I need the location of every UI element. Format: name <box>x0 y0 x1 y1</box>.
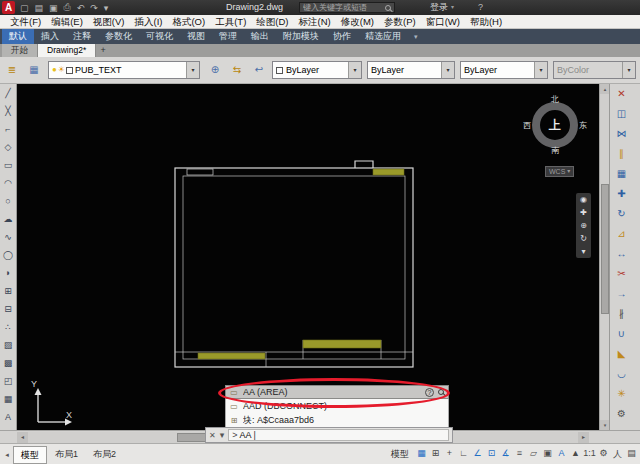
linetype-combo-caret-icon[interactable]: ▾ <box>441 62 454 78</box>
layer-properties-icon[interactable]: ≣ <box>3 61 21 79</box>
ribbon-tab[interactable]: 参数化 <box>98 29 139 44</box>
transparency-icon[interactable]: ▱ <box>527 448 540 461</box>
trim-tool[interactable]: ✂ <box>613 264 630 284</box>
ribbon-tab[interactable]: 注释 <box>66 29 98 44</box>
command-customize-icon[interactable]: ▾ <box>220 430 225 440</box>
viewcube-east-label[interactable]: 东 <box>579 120 587 131</box>
app-logo[interactable]: A <box>2 1 15 14</box>
menu-item[interactable]: 修改(M) <box>336 15 379 29</box>
color-combo-caret-icon[interactable]: ▾ <box>348 62 361 78</box>
zoom-icon[interactable]: ⊕ <box>580 219 587 232</box>
menu-item[interactable]: 工具(T) <box>210 15 251 29</box>
autoscale-icon[interactable]: ▲ <box>569 448 582 461</box>
wcs-dropdown[interactable]: WCS ▾ <box>545 166 574 177</box>
object-snap-icon[interactable]: ⊡ <box>485 448 498 461</box>
ribbon-collapse-icon[interactable]: ▾ <box>408 29 424 44</box>
ribbon-tab[interactable]: 可视化 <box>139 29 180 44</box>
create-block-tool[interactable]: ⊟ <box>0 300 16 318</box>
layer-previous-icon[interactable]: ↩ <box>250 61 268 79</box>
color-combo[interactable]: ByLayer ▾ <box>272 61 362 79</box>
layer-states-icon[interactable]: ▦ <box>25 61 43 79</box>
dynamic-input-icon[interactable]: + <box>443 448 456 461</box>
viewcube[interactable]: 上 北 南 西 东 <box>527 97 583 153</box>
plot-icon[interactable]: ⎙ <box>64 2 71 13</box>
ribbon-tab[interactable]: 附加模块 <box>276 29 326 44</box>
lineweight-combo[interactable]: ByLayer ▾ <box>460 61 548 79</box>
ribbon-tab[interactable]: 精选应用 <box>358 29 408 44</box>
command-suggestion-row[interactable]: ▭ AAD (DBCONNECT) ? <box>225 399 449 413</box>
file-tab[interactable]: Drawing2* <box>38 44 96 57</box>
arc-tool[interactable]: ◠ <box>0 174 16 192</box>
layer-thaw-icon[interactable]: ☀ <box>58 62 65 78</box>
offset-tool[interactable]: ∥ <box>613 144 630 164</box>
ribbon-tab[interactable]: 插入 <box>34 29 66 44</box>
scroll-left-icon[interactable]: ◂ <box>17 432 28 443</box>
ribbon-tab[interactable]: 协作 <box>326 29 358 44</box>
close-icon[interactable]: ✕ <box>209 431 216 440</box>
help-icon[interactable]: ? <box>478 0 483 15</box>
isolate-objects-icon[interactable]: 人 <box>611 448 624 461</box>
login-button[interactable]: 登录 ▾ <box>430 0 454 15</box>
menu-item[interactable]: 绘图(D) <box>251 15 293 29</box>
orbit-icon[interactable]: ↻ <box>580 232 587 245</box>
navigation-wheel-icon[interactable]: ◉ <box>580 193 587 206</box>
break-tool[interactable]: ∦ <box>613 304 630 324</box>
layer-combo-caret-icon[interactable]: ▾ <box>186 62 199 78</box>
array-tool[interactable]: ▦ <box>613 164 630 184</box>
spline-tool[interactable]: ∿ <box>0 228 16 246</box>
menu-item[interactable]: 视图(V) <box>88 15 130 29</box>
layer-on-icon[interactable]: ● <box>52 62 57 78</box>
customize-icon[interactable]: ▤ <box>625 448 638 461</box>
ortho-icon[interactable]: ∟ <box>457 448 470 461</box>
stretch-tool[interactable]: ↔ <box>613 244 630 264</box>
ribbon-tab[interactable]: 默认 <box>2 29 34 44</box>
workspace-switching-icon[interactable]: ⚙ <box>597 448 610 461</box>
new-drawing-tab-button[interactable]: + <box>96 44 110 57</box>
quick-access-menu-icon[interactable]: ▾ <box>104 3 109 13</box>
circle-tool[interactable]: ○ <box>0 192 16 210</box>
lineweight-combo-caret-icon[interactable]: ▾ <box>534 62 547 78</box>
region-tool[interactable]: ◰ <box>0 372 16 390</box>
layout-tab[interactable]: 模型 <box>13 446 47 464</box>
join-tool[interactable]: ∪ <box>613 324 630 344</box>
command-input[interactable]: > AA | <box>228 429 449 441</box>
polyline-tool[interactable]: ⌐ <box>0 120 16 138</box>
viewcube-north-label[interactable]: 北 <box>551 94 559 105</box>
line-tool[interactable]: ╱ <box>0 84 16 102</box>
layout-tab[interactable]: 布局1 <box>48 446 85 464</box>
vertical-scrollbar[interactable]: ▴ ▾ <box>599 84 609 430</box>
table-tool[interactable]: ▦ <box>0 390 16 408</box>
erase-tool[interactable]: ✕ <box>613 84 630 104</box>
chamfer-tool[interactable]: ◣ <box>613 344 630 364</box>
explode-tool[interactable]: ✳ <box>613 384 630 404</box>
rectangle-tool[interactable]: ▭ <box>0 156 16 174</box>
linetype-combo[interactable]: ByLayer ▾ <box>367 61 455 79</box>
vertical-scroll-thumb[interactable] <box>601 184 609 314</box>
menu-item[interactable]: 文件(F) <box>5 15 46 29</box>
point-tool[interactable]: ∴ <box>0 318 16 336</box>
file-tab[interactable]: 开始 <box>2 44 38 57</box>
layer-match-icon[interactable]: ⇆ <box>228 61 246 79</box>
drawing-canvas[interactable]: Y X 上 北 南 西 东 WCS ▾ ◉✚⊕↻▾ <box>17 84 599 430</box>
lineweight-icon[interactable]: ≡ <box>513 448 526 461</box>
make-object-layer-current-icon[interactable]: ⊕ <box>206 61 224 79</box>
open-file-icon[interactable]: ▤ <box>35 3 44 13</box>
menu-item[interactable]: 窗口(W) <box>421 15 465 29</box>
menu-item[interactable]: 参数(P) <box>379 15 421 29</box>
selection-cycling-icon[interactable]: ▣ <box>541 448 554 461</box>
multiline-text-tool[interactable]: A <box>0 408 16 426</box>
menu-item[interactable]: 标注(N) <box>294 15 336 29</box>
scroll-right-icon[interactable]: ▸ <box>578 432 589 443</box>
gradient-tool[interactable]: ▩ <box>0 354 16 372</box>
polar-tracking-icon[interactable]: ∠ <box>471 448 484 461</box>
pan-icon[interactable]: ✚ <box>580 206 587 219</box>
layer-color-swatch[interactable] <box>66 67 73 74</box>
scale-tool[interactable]: ⊿ <box>613 224 630 244</box>
command-suggestion-row[interactable]: ⊞ 块: A$Ccaaa7bd6 ? <box>225 413 449 427</box>
command-search-icon[interactable] <box>438 389 444 395</box>
modify-overflow-icon[interactable]: ⚙ <box>613 404 630 424</box>
menu-item[interactable]: 插入(I) <box>129 15 167 29</box>
hatch-tool[interactable]: ▨ <box>0 336 16 354</box>
insert-block-tool[interactable]: ⊞ <box>0 282 16 300</box>
menu-item[interactable]: 格式(O) <box>167 15 210 29</box>
